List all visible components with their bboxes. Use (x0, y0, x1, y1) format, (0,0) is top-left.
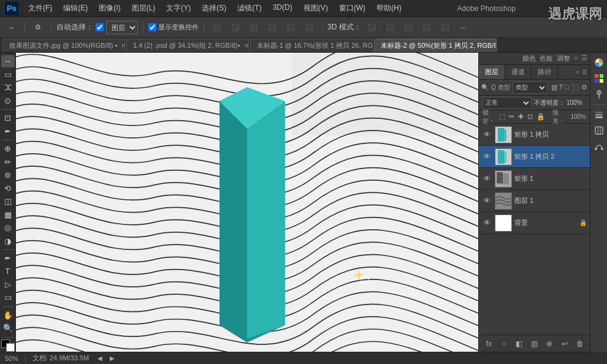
layer-item-2[interactable]: 👁 矩形 1 (479, 168, 590, 190)
align-center-btn[interactable]: ⬛ (227, 20, 243, 36)
3d-btn3[interactable]: ⬛ (400, 20, 416, 36)
canvas-scroll-left[interactable]: ◀ (97, 355, 102, 362)
channels-tab[interactable]: 通道 (505, 65, 532, 79)
lock-transparent-icon[interactable]: ⬚ (499, 113, 505, 121)
eyedropper-tool[interactable]: ✒ (1, 125, 15, 137)
hand-tool[interactable]: ✋ (1, 309, 15, 322)
menu-view[interactable]: 视图(V) (299, 2, 333, 15)
layer-link-btn[interactable]: ↩ (558, 337, 571, 351)
layer-mask-btn[interactable]: ○ (497, 337, 511, 351)
spot-heal-tool[interactable]: ⊕ (1, 143, 15, 155)
layer-select[interactable]: 图层 组 (106, 21, 138, 34)
layers-panel-menu-btn[interactable]: » (576, 69, 579, 75)
path-select-tool[interactable]: ▷ (1, 279, 15, 291)
3d-btn2[interactable]: ⬛ (382, 20, 398, 36)
menu-file[interactable]: 文件(F) (23, 2, 57, 15)
align-right-btn[interactable]: ⬛ (246, 20, 262, 36)
move-tool-btn[interactable]: ↔ (4, 20, 20, 36)
blur-tool[interactable]: ◎ (1, 222, 15, 234)
swatches-panel-icon[interactable]: 色板 (540, 54, 553, 63)
layer-fx-btn[interactable]: fx (482, 337, 495, 351)
menu-help[interactable]: 帮助(H) (372, 2, 407, 15)
adjustments-panel-icon[interactable]: 调整 (557, 54, 570, 63)
layer-visibility-2[interactable]: 👁 (481, 173, 492, 184)
align-top-btn[interactable]: ⬛ (264, 20, 280, 36)
shape-tool[interactable]: ▭ (1, 292, 15, 304)
quick-select-tool[interactable]: ⊙ (1, 95, 15, 107)
3d-btn4[interactable]: ⬛ (419, 20, 435, 36)
menu-image[interactable]: 图像(I) (94, 2, 125, 15)
layer-item-1[interactable]: 👁 矩形 1 拷贝 2 (479, 146, 590, 168)
more-options-btn[interactable]: ··· (456, 20, 471, 36)
collapse-panels-btn[interactable]: ☰ (581, 54, 587, 63)
color-icon-btn[interactable] (592, 55, 606, 70)
color-panel-icon[interactable]: 颜色 (522, 54, 536, 63)
layer-item-0[interactable]: 👁 矩形 1 拷贝 (479, 124, 590, 146)
clone-tool[interactable]: ⊚ (1, 169, 15, 181)
dodge-tool[interactable]: ◑ (1, 235, 15, 247)
lock-artboard-icon[interactable]: ⊡ (527, 113, 533, 121)
layer-visibility-0[interactable]: 👁 (481, 129, 492, 140)
paths-icon-btn[interactable] (592, 139, 606, 154)
layer-adjustment-btn[interactable]: ◧ (513, 337, 526, 351)
layer-item-3[interactable]: 👁 图层 1 (479, 190, 590, 212)
layer-item-4[interactable]: 👁 背景 🔒 (479, 212, 590, 234)
eraser-tool[interactable]: ◫ (1, 195, 15, 208)
menu-type[interactable]: 文字(Y) (161, 2, 196, 15)
auto-select-checkbox[interactable] (96, 23, 104, 31)
lock-all-icon[interactable]: 🔒 (536, 113, 545, 121)
blend-mode-select[interactable]: 正常 (483, 97, 532, 109)
lock-position-icon[interactable]: ✚ (518, 113, 524, 121)
brush-tool[interactable]: ✏ (1, 156, 15, 168)
menu-layer[interactable]: 图层(L) (127, 2, 161, 15)
foreground-background-colors[interactable] (1, 339, 15, 352)
layer-new-btn[interactable]: ⊕ (543, 337, 556, 351)
layer-delete-btn[interactable]: 🗑 (573, 337, 587, 351)
lock-image-icon[interactable]: ✏ (509, 113, 514, 121)
menu-3d[interactable]: 3D(D) (268, 2, 297, 15)
zoom-tool[interactable]: 🔍 (1, 322, 15, 335)
menu-window[interactable]: 窗口(W) (334, 2, 370, 15)
expand-panels-btn[interactable]: » (574, 54, 578, 63)
type-tool[interactable]: T (1, 265, 15, 278)
tab-2[interactable]: 未标题-1 @ 16.7%(形状 1 拷贝 26, RGB/8) • ✕ (250, 39, 373, 52)
layer-group-btn[interactable]: ▥ (527, 337, 541, 351)
adjustments-icon-btn[interactable] (592, 87, 606, 102)
gradient-tool[interactable]: ▦ (1, 208, 15, 221)
3d-btn5[interactable]: ⬛ (437, 20, 453, 36)
minimize-button[interactable]: − (567, 3, 578, 14)
menu-select[interactable]: 选择(S) (197, 2, 231, 15)
layers-tab[interactable]: 图层 (479, 65, 505, 79)
paths-tab[interactable]: 路径 (532, 65, 558, 79)
menu-edit[interactable]: 编辑(E) (58, 2, 93, 15)
swatches-icon-btn[interactable] (592, 71, 606, 86)
pen-tool[interactable]: ✒ (1, 252, 15, 265)
align-bottom-btn[interactable]: ⬛ (301, 20, 317, 36)
align-middle-btn[interactable]: ⬛ (283, 20, 299, 36)
tab-3[interactable]: 未标题-2 @ 50%(矩形 1 拷贝 2, RGB/8) • ✕ (374, 39, 497, 52)
layers-panel-close-btn[interactable]: ☰ (582, 69, 587, 75)
tab-close-1[interactable]: ✕ (244, 42, 249, 49)
layer-visibility-4[interactable]: 👁 (481, 218, 492, 229)
lasso-tool[interactable]: ⵋ (1, 82, 15, 94)
crop-tool[interactable]: ⊡ (1, 112, 15, 124)
close-button[interactable]: ✕ (591, 3, 602, 14)
select-rect-tool[interactable]: ▭ (1, 69, 15, 81)
move-tool[interactable]: ↔ (1, 55, 15, 67)
channels-icon-btn[interactable] (592, 123, 606, 138)
3d-btn1[interactable]: ⬛ (364, 20, 380, 36)
tab-close-0[interactable]: ✕ (121, 42, 125, 49)
align-left-btn[interactable]: ⬛ (209, 20, 225, 36)
toolbar-settings-btn[interactable]: ⚙ (30, 20, 46, 36)
tab-1[interactable]: 1.4 (2) .psd @ 34.1%(组 2, RGB/8)• ✕ (126, 39, 249, 52)
maximize-button[interactable]: □ (579, 3, 590, 14)
canvas-scroll-right[interactable]: ▶ (110, 355, 115, 362)
menu-filter[interactable]: 滤镜(T) (232, 2, 266, 15)
tab-0[interactable]: 效果图源文件.jpg @ 100%(RGB/8) • ✕ (2, 39, 125, 52)
layer-visibility-3[interactable]: 👁 (481, 195, 492, 207)
history-brush-tool[interactable]: ⟲ (1, 182, 15, 194)
layers-icon-btn[interactable] (592, 107, 606, 122)
layer-visibility-1[interactable]: 👁 (481, 151, 492, 162)
canvas-area[interactable] (16, 53, 478, 352)
layers-filter-select[interactable]: 类型 (513, 82, 548, 94)
